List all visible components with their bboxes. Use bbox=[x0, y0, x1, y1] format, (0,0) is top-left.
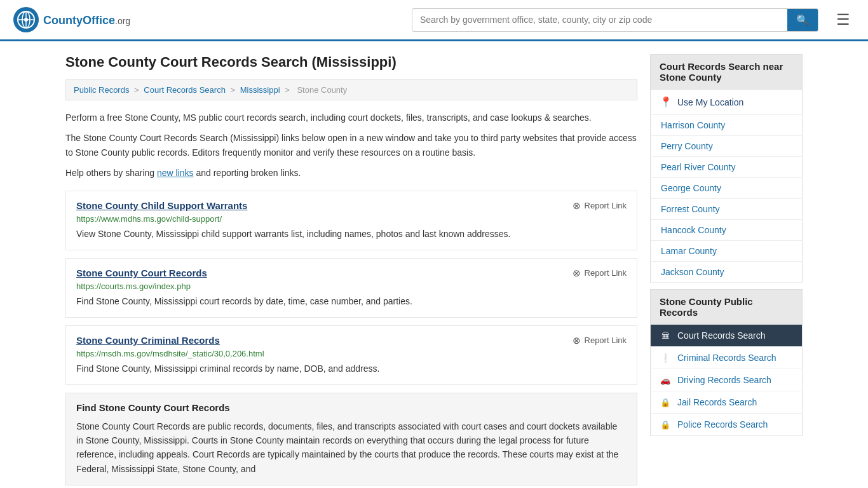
pr-item-4[interactable]: 🔒 Police Records Search bbox=[650, 414, 803, 436]
record-desc-1: Find Stone County, Mississippi court rec… bbox=[76, 295, 627, 308]
public-records-heading: Stone County Public Records bbox=[650, 289, 803, 325]
record-title-0: Stone County Child Support Warrants bbox=[76, 200, 247, 211]
location-icon: 📍 bbox=[660, 96, 672, 108]
sidebar-county-6[interactable]: Lamar County bbox=[650, 241, 803, 262]
sidebar-county-0[interactable]: Harrison County bbox=[650, 115, 803, 136]
nearby-heading: Court Records Search near Stone County bbox=[650, 54, 803, 90]
record-title-2: Stone County Criminal Records bbox=[76, 335, 220, 346]
pr-icon-0: 🏛 bbox=[660, 331, 671, 341]
pr-icon-3: 🔒 bbox=[660, 398, 671, 407]
record-link-2[interactable]: Stone County Criminal Records bbox=[76, 335, 220, 346]
records-container: Stone County Child Support Warrants ⊗ Re… bbox=[65, 191, 637, 385]
pr-item-1[interactable]: ❕ Criminal Records Search bbox=[650, 347, 803, 369]
report-link-1[interactable]: ⊗ Report Link bbox=[573, 268, 627, 279]
page-title: Stone County Court Records Search (Missi… bbox=[65, 54, 637, 71]
use-location-label: Use My Location bbox=[677, 97, 743, 107]
logo[interactable]: CountyOffice.org bbox=[13, 6, 130, 33]
logo-icon bbox=[13, 6, 39, 33]
breadcrumb-court-records[interactable]: Court Records Search bbox=[144, 85, 226, 95]
pr-items: 🏛 Court Records Search ❕ Criminal Record… bbox=[650, 325, 803, 436]
sidebar-county-2[interactable]: Pearl River County bbox=[650, 157, 803, 178]
pr-icon-1: ❕ bbox=[660, 353, 671, 363]
search-input[interactable] bbox=[412, 10, 787, 30]
record-desc-2: Find Stone County, Mississippi criminal … bbox=[76, 362, 627, 376]
sidebar: Court Records Search near Stone County 📍… bbox=[650, 54, 803, 485]
report-link-2[interactable]: ⊗ Report Link bbox=[573, 335, 627, 346]
breadcrumb: Public Records > Court Records Search > … bbox=[65, 79, 637, 100]
intro-paragraph-2: The Stone County Court Records Search (M… bbox=[65, 131, 637, 159]
intro-paragraph-3: Help others by sharing new links and rep… bbox=[65, 166, 637, 180]
intro-paragraph-1: Perform a free Stone County, MS public c… bbox=[65, 111, 637, 125]
pr-icon-4: 🔒 bbox=[660, 420, 671, 430]
record-url-2[interactable]: https://msdh.ms.gov/msdhsite/_static/30,… bbox=[76, 349, 627, 358]
pr-label-1: Criminal Records Search bbox=[677, 353, 776, 363]
record-entry-2: Stone County Criminal Records ⊗ Report L… bbox=[65, 325, 637, 385]
pr-item-2[interactable]: 🚗 Driving Records Search bbox=[650, 369, 803, 391]
sidebar-county-3[interactable]: George County bbox=[650, 178, 803, 199]
record-desc-0: View Stone County, Mississippi child sup… bbox=[76, 227, 627, 241]
use-my-location[interactable]: 📍 Use My Location bbox=[650, 90, 803, 115]
find-section-text: Stone County Court Records are public re… bbox=[76, 419, 627, 477]
record-title-1: Stone County Court Records bbox=[76, 268, 207, 278]
pr-label-4: Police Records Search bbox=[677, 419, 768, 430]
record-entry-1: Stone County Court Records ⊗ Report Link… bbox=[65, 258, 637, 318]
sidebar-county-7[interactable]: Jackson County bbox=[650, 262, 803, 283]
logo-text: CountyOffice.org bbox=[43, 13, 130, 27]
new-links[interactable]: new links bbox=[157, 168, 194, 178]
nearby-counties: Harrison CountyPerry CountyPearl River C… bbox=[650, 115, 803, 283]
record-entry-0: Stone County Child Support Warrants ⊗ Re… bbox=[65, 191, 637, 250]
record-link-1[interactable]: Stone County Court Records bbox=[76, 268, 207, 278]
breadcrumb-stone-county: Stone County bbox=[297, 85, 347, 95]
pr-item-0[interactable]: 🏛 Court Records Search bbox=[650, 325, 803, 347]
record-link-0[interactable]: Stone County Child Support Warrants bbox=[76, 200, 247, 211]
sidebar-county-1[interactable]: Perry County bbox=[650, 136, 803, 157]
report-icon-1: ⊗ bbox=[573, 268, 581, 279]
search-button[interactable]: 🔍 bbox=[787, 9, 818, 31]
nearby-section: Court Records Search near Stone County 📍… bbox=[650, 54, 803, 283]
pr-icon-2: 🚗 bbox=[660, 376, 671, 385]
pr-label-0: Court Records Search bbox=[677, 330, 766, 341]
sidebar-county-4[interactable]: Forrest County bbox=[650, 199, 803, 220]
record-url-0[interactable]: https://www.mdhs.ms.gov/child-support/ bbox=[76, 214, 627, 224]
report-icon-0: ⊗ bbox=[573, 200, 581, 212]
breadcrumb-public-records[interactable]: Public Records bbox=[74, 85, 129, 95]
record-url-1[interactable]: https://courts.ms.gov/index.php bbox=[76, 281, 627, 291]
report-link-0[interactable]: ⊗ Report Link bbox=[573, 200, 627, 212]
menu-button[interactable]: ☰ bbox=[831, 8, 855, 31]
pr-label-3: Jail Records Search bbox=[677, 397, 757, 407]
pr-label-2: Driving Records Search bbox=[677, 375, 771, 385]
find-section: Find Stone County Court Records Stone Co… bbox=[65, 393, 637, 486]
sidebar-county-5[interactable]: Hancock County bbox=[650, 220, 803, 241]
find-section-heading: Find Stone County Court Records bbox=[76, 402, 627, 413]
search-bar: 🔍 bbox=[412, 8, 818, 32]
breadcrumb-mississippi[interactable]: Mississippi bbox=[240, 85, 280, 95]
svg-point-5 bbox=[24, 18, 28, 22]
pr-item-3[interactable]: 🔒 Jail Records Search bbox=[650, 391, 803, 414]
public-records-section: Stone County Public Records 🏛 Court Reco… bbox=[650, 289, 803, 436]
report-icon-2: ⊗ bbox=[573, 335, 581, 346]
